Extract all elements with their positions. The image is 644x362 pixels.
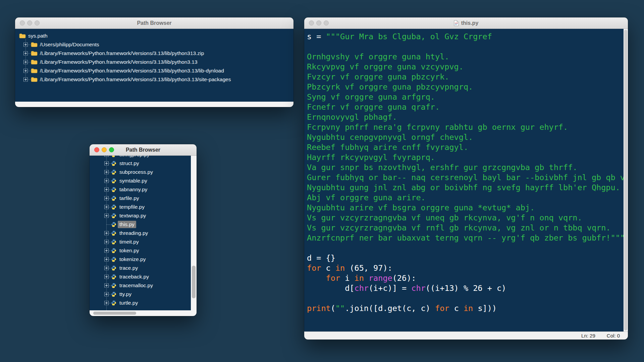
- python-file-icon: [111, 178, 116, 184]
- code-line[interactable]: Vs gur vzcyrzragngvba vf uneq gb rkcynva…: [307, 213, 624, 223]
- tree-item-label: /Library/Frameworks/Python.framework/Ver…: [38, 58, 199, 66]
- tree-item[interactable]: /Users/philipp/Documents: [15, 40, 293, 49]
- code-line[interactable]: s = """Gur Mra bs Clguba, ol Gvz Crgref: [307, 32, 624, 42]
- tree-item[interactable]: threading.py: [90, 229, 191, 238]
- tree-item[interactable]: tracemalloc.py: [90, 281, 191, 290]
- tree-item[interactable]: tokenize.py: [90, 255, 191, 264]
- code-line[interactable]: Vs gur vzcyrzragngvba vf rnfl gb rkcynva…: [307, 223, 624, 233]
- tree-item[interactable]: token.py: [90, 246, 191, 255]
- tree-item[interactable]: struct.py: [90, 159, 191, 168]
- tree-item-label: trace.py: [118, 264, 140, 272]
- tree-item[interactable]: tty.py: [90, 290, 191, 299]
- zoom-button[interactable]: [109, 147, 114, 152]
- expand-box-icon[interactable]: [104, 161, 109, 166]
- tree-item[interactable]: traceback.py: [90, 272, 191, 281]
- code-line[interactable]: Abj vf orggre guna arire.: [307, 193, 624, 203]
- code-line[interactable]: Va gur snpr bs nzovthvgl, ershfr gur grz…: [307, 162, 624, 172]
- expand-box-icon[interactable]: [23, 60, 28, 64]
- expand-box-icon[interactable]: [104, 156, 109, 157]
- titlebar[interactable]: this.py: [304, 17, 628, 29]
- tree-item[interactable]: timeit.py: [90, 238, 191, 246]
- tree-item-label: tabnanny.py: [118, 186, 149, 193]
- tree-item[interactable]: this.py: [90, 220, 191, 229]
- close-button[interactable]: [94, 147, 99, 152]
- tree-item-root[interactable]: sys.path: [15, 32, 293, 40]
- close-button[interactable]: [20, 20, 25, 25]
- expand-box-icon[interactable]: [23, 43, 28, 47]
- minimize-button[interactable]: [316, 20, 321, 25]
- code-line[interactable]: d = {}: [307, 253, 624, 263]
- expand-box-icon[interactable]: [104, 188, 109, 192]
- scrollbar-thumb[interactable]: [624, 30, 627, 330]
- expand-box-icon[interactable]: [104, 275, 109, 279]
- horizontal-scrollbar[interactable]: [15, 102, 293, 107]
- expand-box-icon[interactable]: [104, 231, 109, 236]
- minimize-button[interactable]: [27, 20, 32, 25]
- expand-box-icon[interactable]: [104, 292, 109, 297]
- tree-item[interactable]: tempfile.py: [90, 203, 191, 211]
- expand-box-icon[interactable]: [23, 69, 28, 73]
- code-line[interactable]: Nygubhtu arire vf bsgra orggre guna *evt…: [307, 203, 624, 213]
- code-editor[interactable]: s = """Gur Mra bs Clguba, ol Gvz CrgrefO…: [304, 29, 624, 331]
- code-line[interactable]: d[chr(i+c)] = chr((i+13) % 26 + c): [307, 283, 624, 293]
- expand-box-icon[interactable]: [104, 205, 109, 209]
- expand-box-icon[interactable]: [104, 266, 109, 270]
- titlebar[interactable]: Path Browser: [15, 17, 293, 29]
- code-line[interactable]: Fcnefr vf orggre guna qrafr.: [307, 102, 624, 112]
- expand-box-icon[interactable]: [104, 301, 109, 305]
- code-line[interactable]: Ernqnovyvgl pbhagf.: [307, 112, 624, 122]
- tree-item[interactable]: /Library/Frameworks/Python.framework/Ver…: [15, 58, 293, 66]
- code-line[interactable]: Gurer fubhyq or bar-- naq cersrenoyl bay…: [307, 172, 624, 183]
- tree-item[interactable]: /Library/Frameworks/Python.framework/Ver…: [15, 49, 293, 58]
- code-line[interactable]: for c in (65, 97):: [307, 263, 624, 273]
- expand-box-icon[interactable]: [104, 249, 109, 253]
- tree-connector: [28, 80, 31, 80]
- code-line[interactable]: Reebef fubhyq arire cnff fvyragyl.: [307, 142, 624, 152]
- code-line[interactable]: print("".join([d.get(c, c) for c in s])): [307, 303, 624, 313]
- scrollbar-thumb[interactable]: [192, 266, 196, 298]
- code-line[interactable]: [307, 243, 624, 253]
- expand-box-icon[interactable]: [23, 51, 28, 56]
- expand-box-icon[interactable]: [23, 77, 28, 82]
- expand-box-icon[interactable]: [104, 179, 109, 183]
- code-line[interactable]: Fvzcyr vf orggre guna pbzcyrk.: [307, 72, 624, 82]
- tree-item[interactable]: stringprep.py: [90, 156, 191, 159]
- code-line[interactable]: Nygubhtu cenpgvpnyvgl orngf chevgl.: [307, 132, 624, 142]
- code-line[interactable]: Ornhgvshy vf orggre guna htyl.: [307, 52, 624, 62]
- tree-item[interactable]: /Library/Frameworks/Python.framework/Ver…: [15, 66, 293, 75]
- tree-item-label: textwrap.py: [118, 212, 148, 219]
- code-line[interactable]: for i in range(26):: [307, 273, 624, 283]
- code-line[interactable]: Fcrpvny pnfrf nera'g fcrpvny rabhtu gb o…: [307, 122, 624, 132]
- code-line[interactable]: Syng vf orggre guna arfgrq.: [307, 92, 624, 102]
- expand-box-icon[interactable]: [104, 170, 109, 174]
- code-line[interactable]: Nygubhtu gung jnl znl abg or boivbhf ng …: [307, 183, 624, 193]
- zoom-button[interactable]: [324, 20, 329, 25]
- tree-item[interactable]: subprocess.py: [90, 168, 191, 176]
- code-line[interactable]: [307, 42, 624, 52]
- tree-item[interactable]: tarfile.py: [90, 194, 191, 203]
- tree-item[interactable]: /Library/Frameworks/Python.framework/Ver…: [15, 75, 293, 84]
- tree-item[interactable]: trace.py: [90, 264, 191, 272]
- tree-item[interactable]: turtle.py: [90, 299, 191, 307]
- code-line[interactable]: Hayrff rkcyvpvgyl fvyraprq.: [307, 152, 624, 162]
- tree-item[interactable]: textwrap.py: [90, 211, 191, 220]
- tree-item[interactable]: tabnanny.py: [90, 185, 191, 194]
- minimize-button[interactable]: [102, 147, 107, 152]
- tree-item[interactable]: symtable.py: [90, 176, 191, 185]
- scrollbar-thumb[interactable]: [93, 312, 136, 315]
- zoom-button[interactable]: [35, 20, 40, 25]
- titlebar[interactable]: Path Browser: [90, 144, 197, 156]
- expand-box-icon[interactable]: [104, 214, 109, 218]
- vertical-scrollbar[interactable]: [624, 29, 628, 331]
- expand-box-icon[interactable]: [104, 196, 109, 201]
- expand-box-icon[interactable]: [104, 283, 109, 288]
- horizontal-scrollbar[interactable]: [90, 310, 197, 316]
- expand-box-icon[interactable]: [104, 257, 109, 262]
- code-line[interactable]: Anzrfcnprf ner bar ubaxvat terng vqrn --…: [307, 233, 624, 243]
- code-line[interactable]: Rkcyvpvg vf orggre guna vzcyvpvg.: [307, 62, 624, 72]
- vertical-scrollbar[interactable]: [191, 156, 197, 310]
- code-line[interactable]: Pbzcyrk vf orggre guna pbzcyvpngrq.: [307, 82, 624, 92]
- code-line[interactable]: [307, 293, 624, 303]
- expand-box-icon[interactable]: [104, 240, 109, 244]
- close-button[interactable]: [309, 20, 314, 25]
